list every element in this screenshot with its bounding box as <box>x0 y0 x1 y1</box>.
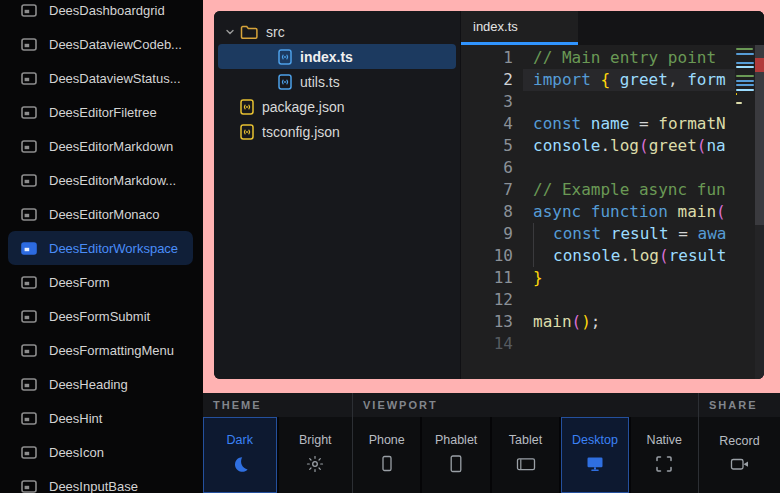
code-text: console.log(result <box>533 245 726 267</box>
button-label: Dark <box>227 433 253 447</box>
tablet-icon <box>516 455 536 477</box>
window-icon <box>21 378 37 391</box>
line-number: 3 <box>461 91 513 113</box>
tablet-button[interactable]: Tablet <box>492 417 561 493</box>
native-icon <box>655 455 673 477</box>
code-text: // Example async fun <box>533 179 726 201</box>
native-button[interactable]: Native <box>631 417 698 493</box>
code-token: result <box>611 224 669 243</box>
vertical-scrollbar[interactable] <box>755 45 764 379</box>
dark-button[interactable]: Dark <box>203 417 279 493</box>
editor-tab-bar: index.ts <box>461 11 764 45</box>
record-button[interactable]: Record <box>699 417 780 493</box>
button-label: Native <box>647 433 682 447</box>
code-text: async function main( <box>533 201 726 223</box>
indent-guide <box>533 223 553 245</box>
tree-item-label: package.json <box>262 99 345 115</box>
code-token <box>601 224 611 243</box>
sidebar-item-deesdataviewcodeb[interactable]: DeesDataviewCodeb... <box>8 27 193 61</box>
sidebar-item-deesform[interactable]: DeesForm <box>8 265 193 299</box>
window-icon <box>21 344 37 357</box>
sidebar-item-deeshint[interactable]: DeesHint <box>8 401 193 435</box>
scrollbar-slider[interactable] <box>755 45 764 225</box>
sidebar-item-deeseditormonaco[interactable]: DeesEditorMonaco <box>8 197 193 231</box>
code-area[interactable]: 1// Main entry point2import { greet, for… <box>461 45 735 379</box>
bottom-toolbar: THEMEDarkBrightVIEWPORTPhonePhabletTable… <box>203 393 780 493</box>
window-icon <box>21 276 37 289</box>
sidebar-item-label: DeesDashboardgrid <box>49 3 165 18</box>
sidebar-item-label: DeesHeading <box>49 377 128 392</box>
sidebar-item-label: DeesIcon <box>49 445 104 460</box>
code-text: const result = awa <box>533 223 726 245</box>
sidebar-item-deesdashboardgrid[interactable]: DeesDashboardgrid <box>8 0 193 27</box>
minimap-line <box>736 80 754 82</box>
tree-file-tsconfig-json[interactable]: tsconfig.json <box>218 119 456 144</box>
line-number: 11 <box>461 267 513 289</box>
code-token: greet <box>610 70 668 89</box>
sidebar-item-deesheading[interactable]: DeesHeading <box>8 367 193 401</box>
phone-button[interactable]: Phone <box>353 417 422 493</box>
folder-icon <box>240 24 258 40</box>
phablet-button[interactable]: Phablet <box>422 417 491 493</box>
sidebar-item-deeseditorfiletree[interactable]: DeesEditorFiletree <box>8 95 193 129</box>
toolbar-buttons: PhonePhabletTabletDesktopNative <box>353 417 698 493</box>
code-token: import <box>533 70 591 89</box>
code-token: . <box>620 246 630 265</box>
code-token: const <box>553 224 601 243</box>
code-token: main <box>678 202 717 221</box>
tree-item-label: src <box>266 24 285 40</box>
window-icon <box>21 174 37 187</box>
sidebar-item-deeseditormarkdow[interactable]: DeesEditorMarkdow... <box>8 163 193 197</box>
toolbar-section-header: SHARE <box>699 393 780 417</box>
sidebar-item-deesicon[interactable]: DeesIcon <box>8 435 193 469</box>
code-token: // Example async fun <box>533 180 726 199</box>
code-line: 6 <box>461 157 735 179</box>
sidebar-item-deesformsubmit[interactable]: DeesFormSubmit <box>8 299 193 333</box>
overview-ruler-error-marker <box>755 58 764 72</box>
tree-file-package-json[interactable]: package.json <box>218 94 456 119</box>
minimap[interactable] <box>735 45 755 379</box>
sidebar-item-deesinputbase[interactable]: DeesInputBase <box>8 469 193 493</box>
editor-workspace-demo: srcindex.tsutils.tspackage.jsontsconfig.… <box>214 11 764 379</box>
code-line: 9const result = awa <box>461 223 735 245</box>
code-line: 11} <box>461 267 735 289</box>
code-token: ( <box>716 202 726 221</box>
code-token: ; <box>591 312 601 331</box>
button-label: Desktop <box>572 433 618 447</box>
line-number: 12 <box>461 289 513 311</box>
tree-file-index-ts[interactable]: index.ts <box>218 44 456 69</box>
code-line: 13main(); <box>461 311 735 333</box>
code-token: async <box>533 202 581 221</box>
tab-index-ts[interactable]: index.ts <box>461 11 578 45</box>
code-line: 8async function main( <box>461 201 735 223</box>
window-icon <box>21 480 37 493</box>
tree-folder-src[interactable]: src <box>218 19 456 44</box>
code-token: form <box>678 70 726 89</box>
desktop-icon <box>585 455 605 477</box>
sidebar-item-label: DeesHint <box>49 411 102 426</box>
code-token: console <box>533 136 600 155</box>
sidebar-item-label: DeesEditorMarkdow... <box>49 173 176 188</box>
tree-item-label: utils.ts <box>300 74 340 90</box>
sidebar-item-deesformattingmenu[interactable]: DeesFormattingMenu <box>8 333 193 367</box>
line-number: 9 <box>461 223 513 245</box>
toolbar-section-label: SHARE <box>709 399 758 411</box>
code-token: . <box>600 136 610 155</box>
code-editor: index.ts 1// Main entry point2import { g… <box>461 11 764 379</box>
code-token: formatN <box>658 114 725 133</box>
toolbar-section-viewport: VIEWPORTPhonePhabletTabletDesktopNative <box>352 393 698 493</box>
file-tree-panel: srcindex.tsutils.tspackage.jsontsconfig.… <box>214 11 461 379</box>
sidebar-item-label: DeesEditorFiletree <box>49 105 157 120</box>
code-token: na <box>706 136 725 155</box>
minimap-line <box>736 66 754 68</box>
sidebar-item-deeseditormarkdown[interactable]: DeesEditorMarkdown <box>8 129 193 163</box>
desktop-button[interactable]: Desktop <box>561 417 630 493</box>
code-token: main <box>533 312 572 331</box>
sidebar-item-label: DeesFormattingMenu <box>49 343 174 358</box>
sidebar-item-deeseditorworkspace[interactable]: DeesEditorWorkspace <box>8 231 193 265</box>
line-number: 6 <box>461 157 513 179</box>
tree-file-utils-ts[interactable]: utils.ts <box>218 69 456 94</box>
bright-button[interactable]: Bright <box>279 417 353 493</box>
code-token: const <box>533 114 581 133</box>
sidebar-item-deesdataviewstatus[interactable]: DeesDataviewStatus... <box>8 61 193 95</box>
